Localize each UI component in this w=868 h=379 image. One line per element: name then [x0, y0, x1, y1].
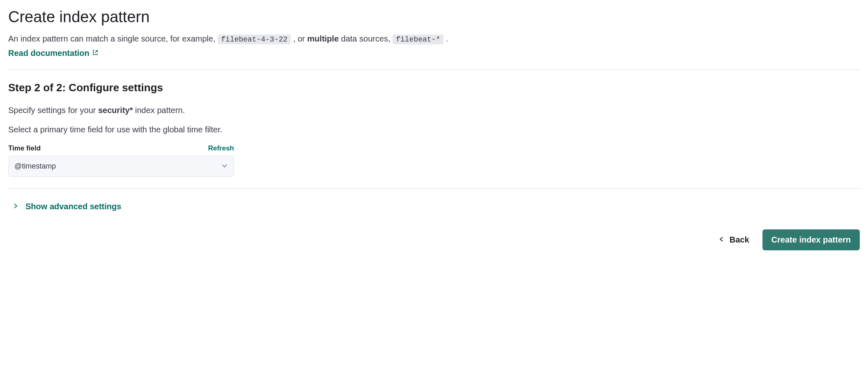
time-field-select[interactable]: @timestamp [8, 156, 234, 177]
desc-prefix: An index pattern can match a single sour… [8, 34, 218, 43]
advanced-toggle-label: Show advanced settings [25, 202, 121, 211]
select-time-field-text: Select a primary time field for use with… [8, 125, 860, 134]
page-description: An index pattern can match a single sour… [8, 32, 860, 45]
step-title: Step 2 of 2: Configure settings [8, 81, 860, 94]
page-container: Create index pattern An index pattern ca… [8, 8, 860, 250]
doc-link-label: Read documentation [8, 49, 90, 58]
back-button[interactable]: Back [716, 232, 751, 248]
refresh-button[interactable]: Refresh [208, 144, 234, 153]
footer-actions: Back Create index pattern [8, 229, 860, 250]
specify-suffix: index pattern. [133, 106, 185, 115]
create-index-pattern-button[interactable]: Create index pattern [762, 229, 860, 250]
desc-mid2: data sources, [341, 34, 393, 43]
section-divider [8, 69, 860, 70]
form-divider [8, 188, 860, 189]
chevron-left-icon [718, 235, 725, 245]
code-example-single: filebeat-4-3-22 [218, 35, 291, 44]
time-field-form-row: Time field Refresh @timestamp [8, 144, 234, 177]
code-example-multi: filebeat-* [393, 35, 443, 44]
time-field-label-row: Time field Refresh [8, 144, 234, 153]
external-link-icon [92, 49, 99, 58]
time-field-label: Time field [8, 144, 41, 153]
page-title: Create index pattern [8, 8, 860, 26]
chevron-right-icon [12, 202, 19, 211]
time-field-select-wrapper: @timestamp [8, 156, 234, 177]
show-advanced-settings-toggle[interactable]: Show advanced settings [12, 200, 121, 213]
desc-suffix: . [446, 34, 448, 43]
specify-prefix: Specify settings for your [8, 106, 98, 115]
pattern-name: security* [98, 106, 133, 115]
desc-bold: multiple [307, 34, 339, 43]
back-button-label: Back [730, 235, 749, 245]
read-documentation-link[interactable]: Read documentation [8, 49, 99, 58]
specify-settings-text: Specify settings for your security* inde… [8, 106, 860, 115]
desc-mid1: , or [293, 34, 307, 43]
